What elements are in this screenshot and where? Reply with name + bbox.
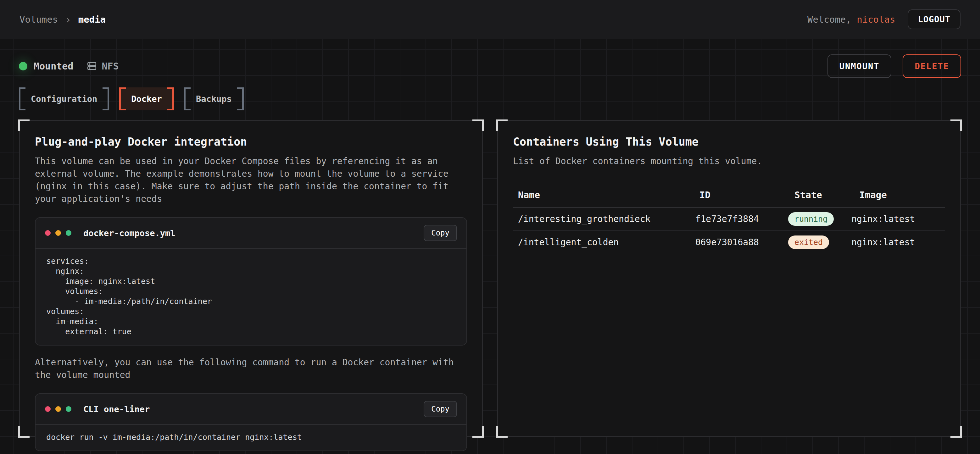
container-image: nginx:latest <box>851 237 940 248</box>
welcome-text: Welcome, nicolas <box>807 14 895 25</box>
container-name: /interesting_grothendieck <box>518 214 695 224</box>
copy-compose-button[interactable]: Copy <box>424 225 457 241</box>
column-header-state: State <box>789 185 854 207</box>
docker-panel-description: This volume can be used in your Docker C… <box>35 155 467 205</box>
breadcrumb: Volumes › media <box>19 14 106 25</box>
volume-detail-page: Volumes › media Welcome, nicolas LOGOUT … <box>0 0 980 454</box>
cli-code-card: CLI one-liner Copy docker run -v im-medi… <box>35 393 467 451</box>
containers-table: Name ID State Image /interesting_grothen… <box>513 185 945 254</box>
window-traffic-lights <box>45 230 72 236</box>
containers-panel-title: Containers Using This Volume <box>513 135 945 148</box>
tab-docker[interactable]: Docker <box>119 87 174 110</box>
compose-code-content: services: nginx: image: nginx:latest vol… <box>35 249 466 345</box>
cli-title: CLI one-liner <box>83 404 150 414</box>
compose-code-card: docker-compose.yml Copy services: nginx:… <box>35 217 467 346</box>
traffic-light-red-icon <box>45 406 51 412</box>
window-traffic-lights <box>45 406 72 412</box>
panel-corner-bracket <box>18 426 30 438</box>
status-badge-exited: exited <box>788 235 829 249</box>
cli-code-header: CLI one-liner Copy <box>35 394 466 425</box>
traffic-light-red-icon <box>45 230 51 236</box>
breadcrumb-current-volume: media <box>78 14 106 25</box>
container-image: nginx:latest <box>851 214 940 224</box>
column-header-image: Image <box>854 185 945 207</box>
driver-badge: NFS <box>86 61 119 72</box>
compose-code-header: docker-compose.yml Copy <box>35 218 466 249</box>
cli-code-content: docker run -v im-media:/path/in/containe… <box>35 425 466 451</box>
docker-integration-panel: Plug-and-play Docker integration This vo… <box>19 120 483 437</box>
traffic-light-amber-icon <box>55 406 61 412</box>
table-row: /intelligent_colden 069e73016a88 exited … <box>513 231 945 254</box>
table-row: /interesting_grothendieck f1e73e7f3884 r… <box>513 208 945 231</box>
panel-corner-bracket <box>473 119 484 131</box>
main-content: Mounted NFS UNMOUNT DELETE Configuration… <box>0 54 980 437</box>
column-header-id: ID <box>694 185 789 207</box>
panel-corner-bracket <box>950 119 962 131</box>
traffic-light-green-icon <box>66 230 72 236</box>
panel-corner-bracket <box>18 119 30 131</box>
compose-filename: docker-compose.yml <box>83 228 175 238</box>
panel-corner-bracket <box>496 426 508 438</box>
volume-status-row: Mounted NFS UNMOUNT DELETE <box>19 54 961 79</box>
docker-panel-title: Plug-and-play Docker integration <box>35 135 467 148</box>
topbar-right: Welcome, nicolas LOGOUT <box>807 10 961 29</box>
tab-configuration[interactable]: Configuration <box>19 87 109 110</box>
mounted-status-label: Mounted <box>33 61 73 72</box>
driver-type-label: NFS <box>102 61 119 72</box>
username: nicolas <box>857 14 895 25</box>
container-state-cell: exited <box>788 235 851 249</box>
traffic-light-amber-icon <box>55 230 61 236</box>
column-header-name: Name <box>513 185 694 207</box>
status-badge-running: running <box>788 212 834 226</box>
tab-bar: Configuration Docker Backups <box>19 87 961 110</box>
containers-panel-subtitle: List of Docker containers mounting this … <box>513 155 945 168</box>
topbar: Volumes › media Welcome, nicolas LOGOUT <box>0 0 980 39</box>
welcome-prefix: Welcome, <box>807 14 851 25</box>
mounted-status-dot-icon <box>19 62 27 70</box>
server-stack-icon <box>86 61 97 71</box>
container-id: 069e73016a88 <box>695 237 788 248</box>
container-id: f1e73e7f3884 <box>695 214 788 224</box>
traffic-light-green-icon <box>66 406 72 412</box>
cli-intro-text: Alternatively, you can use the following… <box>35 356 467 381</box>
chevron-right-icon: › <box>65 14 71 25</box>
container-state-cell: running <box>788 212 851 226</box>
panel-corner-bracket <box>496 119 508 131</box>
container-name: /intelligent_colden <box>518 237 695 248</box>
panels-container: Plug-and-play Docker integration This vo… <box>19 120 961 437</box>
breadcrumb-volumes-link[interactable]: Volumes <box>19 14 58 25</box>
containers-panel: Containers Using This Volume List of Doc… <box>497 120 961 437</box>
logout-button[interactable]: LOGOUT <box>908 10 961 29</box>
table-header-row: Name ID State Image <box>513 185 945 208</box>
unmount-button[interactable]: UNMOUNT <box>827 54 892 78</box>
delete-button[interactable]: DELETE <box>903 54 961 78</box>
panel-corner-bracket <box>473 426 484 438</box>
panel-corner-bracket <box>950 426 962 438</box>
tab-backups[interactable]: Backups <box>184 87 244 110</box>
copy-cli-button[interactable]: Copy <box>424 401 457 417</box>
